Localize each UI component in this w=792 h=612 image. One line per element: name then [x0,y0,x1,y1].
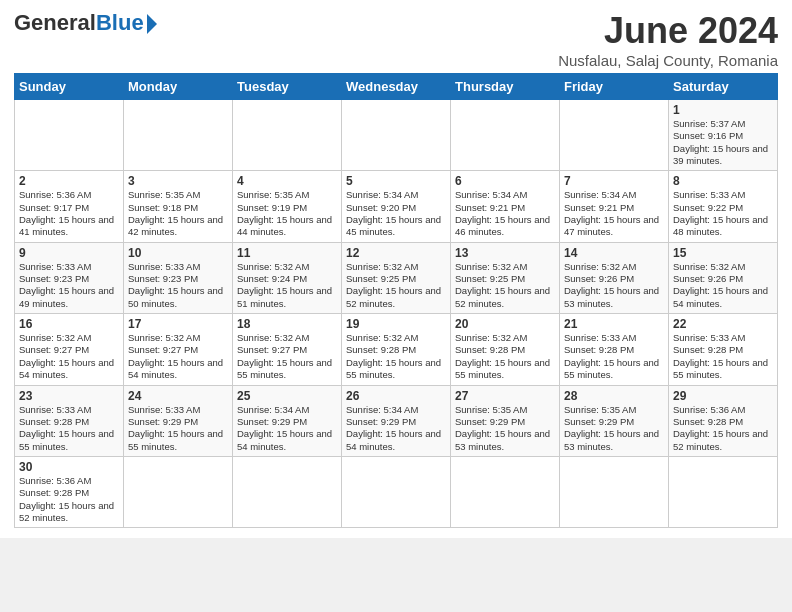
calendar-day-cell: 6Sunrise: 5:34 AM Sunset: 9:21 PM Daylig… [451,171,560,242]
day-info: Sunrise: 5:36 AM Sunset: 9:28 PM Dayligh… [19,475,119,524]
calendar-day-cell: 22Sunrise: 5:33 AM Sunset: 9:28 PM Dayli… [669,314,778,385]
day-info: Sunrise: 5:34 AM Sunset: 9:29 PM Dayligh… [346,404,446,453]
calendar-day-cell: 10Sunrise: 5:33 AM Sunset: 9:23 PM Dayli… [124,242,233,313]
calendar-header-monday: Monday [124,74,233,100]
day-info: Sunrise: 5:33 AM Sunset: 9:28 PM Dayligh… [564,332,664,381]
day-info: Sunrise: 5:35 AM Sunset: 9:29 PM Dayligh… [455,404,555,453]
day-number: 15 [673,246,773,260]
day-number: 23 [19,389,119,403]
calendar-day-cell: 3Sunrise: 5:35 AM Sunset: 9:18 PM Daylig… [124,171,233,242]
day-info: Sunrise: 5:33 AM Sunset: 9:23 PM Dayligh… [19,261,119,310]
day-number: 1 [673,103,773,117]
calendar-body: 1Sunrise: 5:37 AM Sunset: 9:16 PM Daylig… [15,100,778,528]
calendar-day-cell: 27Sunrise: 5:35 AM Sunset: 9:29 PM Dayli… [451,385,560,456]
calendar-day-cell: 1Sunrise: 5:37 AM Sunset: 9:16 PM Daylig… [669,100,778,171]
day-number: 24 [128,389,228,403]
day-info: Sunrise: 5:36 AM Sunset: 9:17 PM Dayligh… [19,189,119,238]
logo-blue: Blue [96,10,144,36]
calendar-day-cell: 25Sunrise: 5:34 AM Sunset: 9:29 PM Dayli… [233,385,342,456]
main-title: June 2024 [558,10,778,52]
calendar-day-cell: 23Sunrise: 5:33 AM Sunset: 9:28 PM Dayli… [15,385,124,456]
day-info: Sunrise: 5:34 AM Sunset: 9:21 PM Dayligh… [455,189,555,238]
calendar-header-saturday: Saturday [669,74,778,100]
calendar: SundayMondayTuesdayWednesdayThursdayFrid… [14,73,778,528]
calendar-day-cell [669,456,778,527]
calendar-week-row: 1Sunrise: 5:37 AM Sunset: 9:16 PM Daylig… [15,100,778,171]
day-info: Sunrise: 5:34 AM Sunset: 9:29 PM Dayligh… [237,404,337,453]
calendar-day-cell [451,100,560,171]
calendar-header-sunday: Sunday [15,74,124,100]
day-number: 8 [673,174,773,188]
day-number: 26 [346,389,446,403]
day-number: 12 [346,246,446,260]
day-info: Sunrise: 5:32 AM Sunset: 9:27 PM Dayligh… [237,332,337,381]
calendar-day-cell [15,100,124,171]
calendar-day-cell: 28Sunrise: 5:35 AM Sunset: 9:29 PM Dayli… [560,385,669,456]
day-info: Sunrise: 5:32 AM Sunset: 9:26 PM Dayligh… [673,261,773,310]
calendar-day-cell: 14Sunrise: 5:32 AM Sunset: 9:26 PM Dayli… [560,242,669,313]
calendar-day-cell: 26Sunrise: 5:34 AM Sunset: 9:29 PM Dayli… [342,385,451,456]
calendar-day-cell: 15Sunrise: 5:32 AM Sunset: 9:26 PM Dayli… [669,242,778,313]
calendar-day-cell [124,456,233,527]
day-info: Sunrise: 5:34 AM Sunset: 9:21 PM Dayligh… [564,189,664,238]
day-number: 4 [237,174,337,188]
header: General Blue June 2024 Nusfalau, Salaj C… [14,10,778,69]
subtitle: Nusfalau, Salaj County, Romania [558,52,778,69]
day-info: Sunrise: 5:33 AM Sunset: 9:23 PM Dayligh… [128,261,228,310]
calendar-day-cell: 20Sunrise: 5:32 AM Sunset: 9:28 PM Dayli… [451,314,560,385]
day-number: 30 [19,460,119,474]
day-number: 28 [564,389,664,403]
day-number: 27 [455,389,555,403]
day-number: 6 [455,174,555,188]
calendar-day-cell: 30Sunrise: 5:36 AM Sunset: 9:28 PM Dayli… [15,456,124,527]
calendar-day-cell [124,100,233,171]
calendar-day-cell: 11Sunrise: 5:32 AM Sunset: 9:24 PM Dayli… [233,242,342,313]
title-section: June 2024 Nusfalau, Salaj County, Romani… [558,10,778,69]
day-number: 13 [455,246,555,260]
day-number: 16 [19,317,119,331]
day-number: 18 [237,317,337,331]
calendar-day-cell [342,100,451,171]
day-info: Sunrise: 5:32 AM Sunset: 9:24 PM Dayligh… [237,261,337,310]
calendar-day-cell: 16Sunrise: 5:32 AM Sunset: 9:27 PM Dayli… [15,314,124,385]
day-info: Sunrise: 5:32 AM Sunset: 9:26 PM Dayligh… [564,261,664,310]
day-info: Sunrise: 5:37 AM Sunset: 9:16 PM Dayligh… [673,118,773,167]
day-number: 21 [564,317,664,331]
day-info: Sunrise: 5:32 AM Sunset: 9:27 PM Dayligh… [19,332,119,381]
calendar-header-thursday: Thursday [451,74,560,100]
calendar-day-cell: 9Sunrise: 5:33 AM Sunset: 9:23 PM Daylig… [15,242,124,313]
calendar-day-cell [233,100,342,171]
calendar-week-row: 30Sunrise: 5:36 AM Sunset: 9:28 PM Dayli… [15,456,778,527]
day-info: Sunrise: 5:32 AM Sunset: 9:27 PM Dayligh… [128,332,228,381]
calendar-day-cell: 4Sunrise: 5:35 AM Sunset: 9:19 PM Daylig… [233,171,342,242]
calendar-day-cell: 13Sunrise: 5:32 AM Sunset: 9:25 PM Dayli… [451,242,560,313]
calendar-day-cell [451,456,560,527]
day-info: Sunrise: 5:32 AM Sunset: 9:25 PM Dayligh… [455,261,555,310]
calendar-day-cell: 29Sunrise: 5:36 AM Sunset: 9:28 PM Dayli… [669,385,778,456]
day-number: 11 [237,246,337,260]
calendar-day-cell [342,456,451,527]
day-number: 29 [673,389,773,403]
day-number: 9 [19,246,119,260]
day-info: Sunrise: 5:32 AM Sunset: 9:28 PM Dayligh… [346,332,446,381]
day-number: 22 [673,317,773,331]
calendar-week-row: 2Sunrise: 5:36 AM Sunset: 9:17 PM Daylig… [15,171,778,242]
day-info: Sunrise: 5:33 AM Sunset: 9:28 PM Dayligh… [19,404,119,453]
calendar-week-row: 16Sunrise: 5:32 AM Sunset: 9:27 PM Dayli… [15,314,778,385]
calendar-day-cell [560,100,669,171]
logo: General Blue [14,10,157,36]
day-number: 14 [564,246,664,260]
calendar-day-cell: 12Sunrise: 5:32 AM Sunset: 9:25 PM Dayli… [342,242,451,313]
calendar-day-cell [233,456,342,527]
day-info: Sunrise: 5:35 AM Sunset: 9:19 PM Dayligh… [237,189,337,238]
day-number: 25 [237,389,337,403]
day-number: 19 [346,317,446,331]
calendar-day-cell: 18Sunrise: 5:32 AM Sunset: 9:27 PM Dayli… [233,314,342,385]
day-info: Sunrise: 5:33 AM Sunset: 9:29 PM Dayligh… [128,404,228,453]
calendar-day-cell: 8Sunrise: 5:33 AM Sunset: 9:22 PM Daylig… [669,171,778,242]
calendar-day-cell: 19Sunrise: 5:32 AM Sunset: 9:28 PM Dayli… [342,314,451,385]
calendar-day-cell: 24Sunrise: 5:33 AM Sunset: 9:29 PM Dayli… [124,385,233,456]
day-number: 17 [128,317,228,331]
logo-text: General Blue [14,10,157,36]
day-info: Sunrise: 5:34 AM Sunset: 9:20 PM Dayligh… [346,189,446,238]
